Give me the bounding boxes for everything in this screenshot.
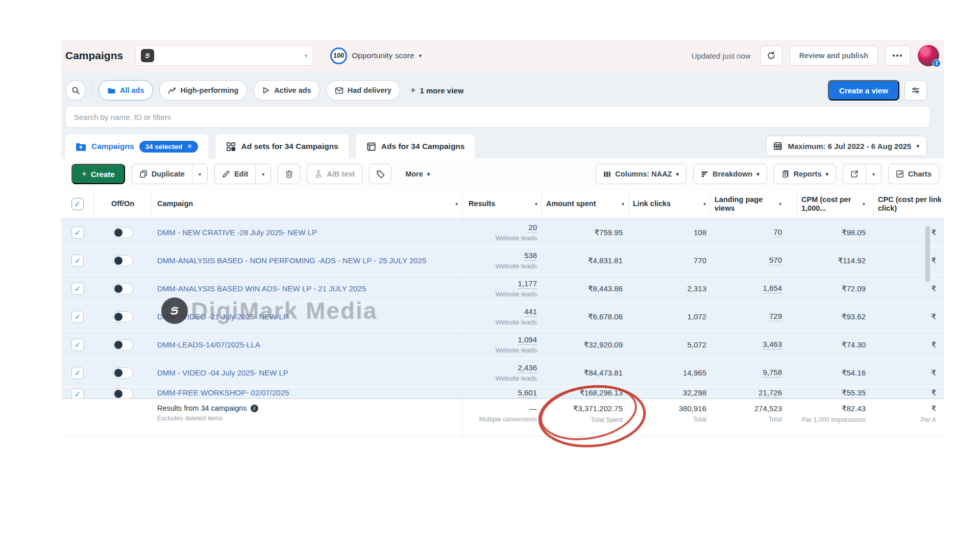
tag-button[interactable] [369,164,391,184]
link-clicks-value: 5,072 [629,340,706,349]
account-selector[interactable]: ▾ [135,45,313,66]
results-value[interactable]: 441 [524,307,537,317]
table-row[interactable]: ✓ DMM - NEW CRATIVE -28 July 2025- NEW L… [61,219,944,247]
export-dropdown[interactable]: ▾ [866,164,881,184]
tab-ad-sets[interactable]: Ad sets for 34 Campaigns [216,134,348,159]
duplicate-button[interactable]: Duplicate [132,164,192,184]
table-row[interactable]: ✓ DMM-FREE WORKSHOP- 02/07/2025 5,601 We… [61,387,944,398]
filter-pill-active-ads[interactable]: Active ads [253,80,320,101]
row-checkbox[interactable]: ✓ [71,283,84,295]
campaign-name-link[interactable]: DMM-FREE WORKSHOP- 02/07/2025 [157,388,462,397]
table-row[interactable]: ✓ DMM - VIDEO -04 July 2025- NEW LP 2,43… [61,359,944,387]
landing-page-views-value[interactable]: 1,654 [763,284,782,293]
results-value[interactable]: 1,094 [518,335,537,345]
amount-spent-value: ₹32,920.09 [542,340,623,349]
tab-campaigns[interactable]: Campaigns 34 selected ✕ [65,134,208,159]
sort-caret-icon[interactable]: ▾ [700,201,706,207]
info-icon[interactable]: i [251,405,258,412]
campaign-toggle[interactable] [113,227,133,238]
reports-button[interactable]: Reports ▾ [774,164,836,184]
campaign-toggle[interactable] [113,367,133,379]
sort-caret-icon[interactable]: ▾ [532,201,537,207]
landing-page-views-value[interactable]: 21,726 [758,388,782,398]
column-header-amount-spent[interactable]: Amount spent▾ [542,189,629,219]
vertical-scrollbar[interactable] [925,226,930,282]
landing-page-views-value[interactable]: 570 [769,256,782,265]
row-checkbox[interactable]: ✓ [71,227,84,239]
create-a-view-button[interactable]: Create a view [828,80,899,101]
results-value[interactable]: 5,601 [518,388,537,398]
landing-page-views-value[interactable]: 3,463 [763,340,782,349]
column-header-results[interactable]: Results▾ [462,189,542,219]
filter-pill-all-ads[interactable]: All ads [99,80,153,101]
table-row[interactable]: ✓ DMM - VIDEO -21 July 2025- NEW LP 441 … [61,303,944,331]
review-and-publish-button[interactable]: Review and publish [790,45,878,66]
duplicate-dropdown[interactable]: ▾ [192,164,207,184]
more-options-button[interactable]: ••• [885,45,911,66]
opportunity-score-control[interactable]: 100 Opportunity score ▾ [330,47,422,64]
table-row[interactable]: ✓ DMM-LEADS-14/07/2025-LLA 1,094 Website… [61,331,944,359]
table-row[interactable]: ✓ DMM-ANALYSIS BASED - NON PERFOMING -AD… [61,247,944,275]
columns-button[interactable]: Columns: NAAZ ▾ [596,164,687,184]
table-row[interactable]: ✓ DMM-ANALYSIS BASED WIN ADS- NEW LP - 2… [61,275,944,303]
campaign-toggle[interactable] [113,339,133,350]
row-checkbox[interactable]: ✓ [71,255,84,267]
campaign-toggle[interactable] [113,283,133,294]
search-row [65,104,927,132]
campaign-name-link[interactable]: DMM - VIDEO -04 July 2025- NEW LP [157,368,462,377]
row-checkbox[interactable]: ✓ [71,388,84,398]
charts-button[interactable]: Charts [888,164,939,184]
view-settings-button[interactable] [904,80,927,101]
campaign-toggle[interactable] [113,255,133,266]
one-more-view-link[interactable]: + 1 more view [410,85,463,96]
column-header-cpm[interactable]: CPM (cost per 1,000...▾ [797,189,874,219]
row-checkbox[interactable]: ✓ [71,339,84,351]
filter-pill-had-delivery[interactable]: Had delivery [326,80,400,101]
row-checkbox[interactable]: ✓ [71,311,84,323]
sort-caret-icon[interactable]: ▾ [452,201,458,207]
landing-page-views-value[interactable]: 70 [773,228,782,237]
avatar[interactable]: f [918,45,939,66]
filter-pill-high-performing[interactable]: High-performing [159,80,248,101]
column-header-link-clicks[interactable]: Link clicks▾ [629,189,710,219]
sort-caret-icon[interactable]: ▾ [619,201,624,207]
results-type-label: Website leads [462,290,537,298]
check-icon: ✓ [75,228,81,237]
create-button[interactable]: + Create [71,164,125,184]
ab-test-button[interactable]: A/B test [307,164,362,184]
campaign-name-link[interactable]: DMM-ANALYSIS BASED WIN ADS- NEW LP - 21 … [157,284,462,293]
landing-page-views-value[interactable]: 729 [769,312,782,321]
column-header-landing-page-views[interactable]: Landing page views▾ [710,189,797,219]
edit-dropdown[interactable]: ▾ [255,164,271,184]
results-value[interactable]: 1,177 [518,279,537,289]
results-value[interactable]: 20 [528,223,537,233]
campaign-name-link[interactable]: DMM - NEW CRATIVE -28 July 2025- NEW LP [157,228,462,237]
date-range-button[interactable]: Maximum: 6 Jul 2022 - 6 Aug 2025 ▾ [766,136,927,156]
campaign-name-link[interactable]: DMM-ANALYSIS BASED - NON PERFOMING -ADS … [157,256,462,265]
campaign-name-link[interactable]: DMM-LEADS-14/07/2025-LLA [157,340,462,349]
folder-icon [107,86,116,95]
tab-ads[interactable]: Ads for 34 Campaigns [356,134,475,159]
sort-caret-icon[interactable]: ▾ [776,201,781,207]
column-header-cpc[interactable]: CPC (cost per link click) [874,189,944,219]
table-summary-row: Results from 34 campaigns i Excludes del… [61,398,944,437]
landing-page-views-value[interactable]: 9,758 [763,368,782,378]
campaign-name-link[interactable]: DMM - VIDEO -21 July 2025- NEW LP [157,312,462,321]
search-button[interactable] [65,80,86,101]
column-header-campaign[interactable]: Campaign▾ [152,189,462,219]
campaign-toggle[interactable] [113,311,133,322]
search-input[interactable] [65,106,930,128]
row-checkbox[interactable]: ✓ [71,367,84,379]
delete-button[interactable] [278,164,300,184]
results-value[interactable]: 538 [524,251,537,261]
refresh-button[interactable] [760,45,782,66]
breakdown-button[interactable]: Breakdown ▾ [693,164,767,184]
more-actions-button[interactable]: More ▾ [398,164,437,184]
export-button[interactable] [843,164,866,184]
sort-caret-icon[interactable]: ▾ [860,201,865,207]
results-value[interactable]: 2,436 [518,363,537,373]
select-all-checkbox[interactable]: ✓ [71,198,84,210]
edit-button[interactable]: Edit [215,164,255,184]
campaign-toggle[interactable] [113,388,133,398]
clear-selection-icon[interactable]: ✕ [187,143,192,150]
